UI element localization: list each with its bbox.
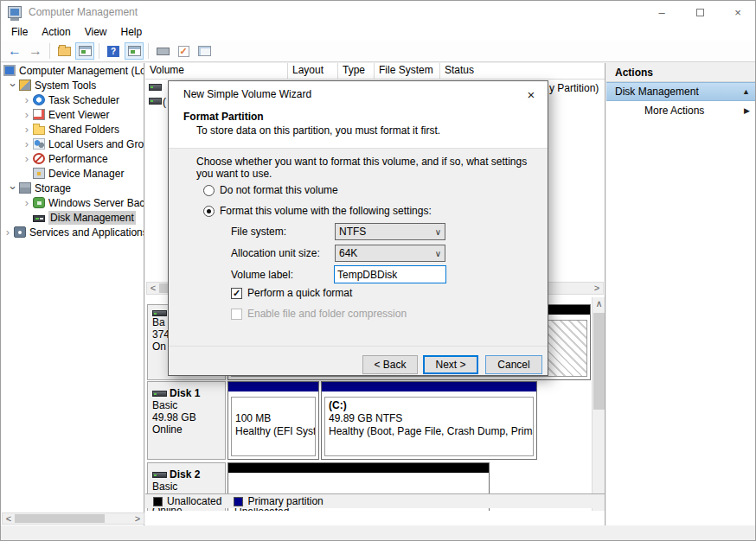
chevron-collapsed-icon[interactable]: › [22, 138, 32, 150]
app-icon [8, 6, 22, 18]
scrollbar-thumb[interactable] [15, 514, 105, 523]
tree-item-performance[interactable]: › Performance [1, 151, 144, 166]
check-disk-button[interactable]: ✓ [174, 42, 193, 60]
disk-icon [152, 391, 167, 397]
unallocated-bar [228, 463, 489, 474]
disk1-label[interactable]: Disk 1 Basic 49.98 GB Online [147, 381, 226, 460]
storage-icon [19, 182, 31, 194]
tree-item-services-applications[interactable]: › Services and Applications [1, 225, 144, 239]
maximize-icon [696, 9, 704, 16]
dialog-heading: Format Partition [183, 111, 264, 123]
radio-format-volume[interactable]: Format this volume with the following se… [203, 205, 432, 217]
toolbar-separator [99, 43, 99, 59]
collapse-arrow-icon[interactable]: ▲ [742, 87, 750, 96]
tree-item-system-tools[interactable]: › System Tools [1, 78, 144, 92]
chevron-collapsed-icon[interactable]: › [3, 226, 13, 238]
show-action-pane-button[interactable] [125, 42, 144, 60]
toolbar: ← → ? ✓ [1, 41, 756, 62]
column-status[interactable]: Status [440, 63, 605, 79]
tree-item-shared-folders[interactable]: › Shared Folders [1, 122, 144, 137]
services-applications-icon [14, 226, 26, 238]
volume-label-input[interactable] [334, 265, 446, 283]
actions-header: Actions [606, 63, 756, 82]
partition-size: 100 MB [235, 412, 311, 425]
tree-horizontal-scrollbar[interactable]: < > [2, 512, 144, 525]
menu-help[interactable]: Help [114, 24, 150, 40]
column-layout[interactable]: Layout [288, 63, 338, 79]
window-title: Computer Management [29, 6, 138, 18]
quick-format-checkbox[interactable]: ✓ Perform a quick format [231, 287, 352, 299]
scroll-right-icon[interactable]: > [591, 283, 603, 293]
column-volume[interactable]: Volume [145, 63, 288, 79]
actions-disk-management[interactable]: Disk Management ▲ [606, 82, 756, 101]
device-manager-icon [33, 168, 45, 179]
radio-unselected-icon[interactable] [203, 185, 215, 196]
actions-pane: Actions Disk Management ▲ More Actions ▶ [606, 63, 756, 525]
properties-button[interactable] [195, 42, 214, 60]
tree-item-disk-management[interactable]: Disk Management [1, 210, 144, 225]
allocation-unit-dropdown[interactable]: 64K ∨ [335, 245, 445, 262]
chevron-collapsed-icon[interactable]: › [22, 153, 32, 164]
menu-action[interactable]: Action [35, 24, 77, 40]
help-button[interactable]: ? [104, 42, 123, 60]
dialog-button-separator [169, 346, 548, 347]
tree-item-device-manager[interactable]: Device Manager [1, 166, 144, 181]
file-system-dropdown[interactable]: NTFS ∨ [335, 223, 445, 240]
properties-icon [198, 46, 211, 56]
tree-item-event-viewer[interactable]: › Event Viewer [1, 107, 144, 122]
back-button[interactable]: ← [5, 42, 24, 60]
chevron-collapsed-icon[interactable]: › [22, 197, 32, 208]
checkmark-icon: ✓ [178, 46, 189, 57]
checkbox-checked-icon[interactable]: ✓ [231, 288, 242, 299]
tree-item-local-users-groups[interactable]: › Local Users and Groups [1, 137, 144, 151]
cancel-wizard-button[interactable]: Cancel [485, 355, 542, 374]
up-one-level-button[interactable] [54, 42, 74, 60]
minimize-button[interactable]: – [643, 1, 681, 23]
chevron-expanded-icon[interactable]: › [8, 183, 19, 194]
forward-button[interactable]: → [26, 42, 45, 60]
disk-area-vertical-scrollbar[interactable]: ∧ ∨ [592, 297, 605, 511]
compression-checkbox[interactable]: ✓ Enable file and folder compression [231, 308, 407, 320]
disk2-type: Basic [152, 481, 225, 493]
disk1-partition-efi[interactable]: 100 MB Healthy (EFI System [227, 381, 319, 460]
tree-item-windows-server-backup[interactable]: › Windows Server Backup [1, 195, 144, 210]
tree-item-storage[interactable]: › Storage [1, 181, 144, 195]
forward-arrow-icon: → [29, 44, 42, 58]
disk1-type: Basic [152, 399, 225, 411]
show-console-tree-button[interactable] [75, 42, 94, 60]
maximize-button[interactable] [681, 1, 719, 23]
scroll-up-icon[interactable]: ∧ [593, 299, 605, 309]
dialog-title: New Simple Volume Wizard [183, 88, 311, 100]
allocation-unit-label: Allocation unit size: [231, 247, 320, 259]
refresh-disks-button[interactable] [153, 42, 172, 60]
chevron-collapsed-icon[interactable]: › [22, 109, 32, 120]
next-wizard-button[interactable]: Next > [423, 355, 478, 374]
tree-item-computer-management[interactable]: Computer Management (Local [1, 63, 144, 78]
menu-file[interactable]: File [4, 24, 35, 40]
actions-more-actions[interactable]: More Actions ▶ [606, 101, 756, 120]
chevron-down-icon: ∨ [435, 249, 441, 258]
partition-bar [228, 382, 318, 393]
scroll-left-icon[interactable]: < [147, 283, 159, 293]
chevron-collapsed-icon[interactable]: › [22, 124, 32, 135]
column-type[interactable]: Type [338, 63, 375, 79]
scroll-left-icon[interactable]: < [3, 514, 15, 524]
radio-do-not-format[interactable]: Do not format this volume [203, 184, 338, 196]
menu-view[interactable]: View [78, 24, 114, 40]
tree-item-task-scheduler[interactable]: › Task Scheduler [1, 92, 144, 107]
toolbar-separator [148, 43, 149, 59]
chevron-collapsed-icon[interactable]: › [22, 94, 32, 105]
disk1-partition-c[interactable]: (C:) 49.89 GB NTFS Healthy (Boot, Page F… [321, 381, 537, 460]
scroll-right-icon[interactable]: > [131, 514, 144, 524]
folder-icon [58, 47, 71, 56]
legend-unallocated-label: Unallocated [167, 495, 221, 507]
back-wizard-button[interactable]: < Back [362, 355, 418, 374]
submenu-arrow-icon: ▶ [744, 106, 750, 115]
scrollbar-thumb[interactable] [593, 313, 605, 410]
dialog-close-icon[interactable]: × [520, 85, 542, 104]
disk-management-icon [33, 215, 45, 222]
column-file-system[interactable]: File System [375, 63, 440, 79]
chevron-expanded-icon[interactable]: › [8, 80, 19, 91]
radio-selected-icon[interactable] [203, 206, 215, 217]
close-button[interactable]: × [719, 1, 756, 23]
